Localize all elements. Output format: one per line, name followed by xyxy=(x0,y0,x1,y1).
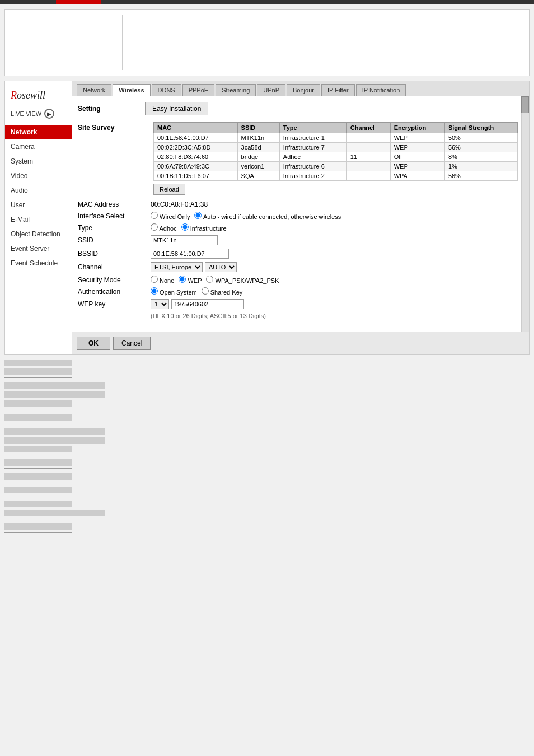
table-row[interactable]: 00:1E:58:41:00:D7MTK11nInfrastructure 1W… xyxy=(154,133,518,143)
wep-key-input[interactable]: 1975640602 xyxy=(171,299,244,309)
cell-channel xyxy=(346,143,390,152)
scrollbar-thumb[interactable] xyxy=(521,96,529,113)
auth-row: Authentication Open System Shared Key xyxy=(78,287,518,296)
col-type: Type xyxy=(279,123,346,133)
sidebar: Rosewill LIVE VIEW ▶ Network Camera Syst… xyxy=(5,81,72,354)
wired-only-radio[interactable] xyxy=(151,212,158,219)
security-radio-group: None WEP WPA_PSK/WPA2_PSK xyxy=(151,276,279,284)
ssid-input[interactable]: MTK11n xyxy=(151,235,218,245)
easy-installation-button[interactable]: Easy Installation xyxy=(145,102,208,115)
cell-ssid: vericon1 xyxy=(237,162,279,171)
cell-signal: 56% xyxy=(444,171,517,181)
adhoc-option[interactable]: Adhoc xyxy=(151,223,177,232)
cell-signal: 8% xyxy=(444,152,517,162)
text-line xyxy=(4,360,72,366)
cell-signal: 50% xyxy=(444,133,517,143)
sidebar-item-network[interactable]: Network xyxy=(5,125,72,139)
cell-mac: 00:6A:79:8A:49:3C xyxy=(154,162,238,171)
sidebar-item-email[interactable]: E-Mail xyxy=(5,212,72,227)
open-system-radio[interactable] xyxy=(151,287,158,295)
cancel-button[interactable]: Cancel xyxy=(113,337,151,350)
live-view-bar[interactable]: LIVE VIEW ▶ xyxy=(5,106,72,122)
text-line xyxy=(4,437,105,444)
channel-row: Channel ETSI, Europe AUTO xyxy=(78,262,518,272)
table-row[interactable]: 00:6A:79:8A:49:3Cvericon1Infrastructure … xyxy=(154,162,518,171)
cell-mac: 00:1B:11:D5:E6:07 xyxy=(154,171,238,181)
sidebar-item-event-schedule[interactable]: Event Schedule xyxy=(5,256,72,270)
table-row[interactable]: 02:80:F8:D3:74:60bridgeAdhoc11Off8% xyxy=(154,152,518,162)
reload-button[interactable]: Reload xyxy=(153,184,185,195)
bssid-input[interactable]: 00:1E:58:41:00:D7 xyxy=(151,249,229,259)
cell-channel xyxy=(346,171,390,181)
divider xyxy=(4,496,72,496)
sidebar-item-camera[interactable]: Camera xyxy=(5,139,72,154)
sidebar-item-system[interactable]: System xyxy=(5,154,72,169)
text-group-1 xyxy=(4,360,530,407)
wep-key-index-select[interactable]: 1 xyxy=(151,299,169,309)
cell-encryption: WPA xyxy=(390,171,444,181)
cell-type: Infrastructure 6 xyxy=(279,162,346,171)
type-label: Type xyxy=(78,224,151,232)
auto-radio[interactable] xyxy=(194,212,202,219)
adhoc-radio[interactable] xyxy=(151,223,158,231)
main-content: Network Wireless DDNS PPPoE Streaming UP… xyxy=(72,81,529,354)
wep-radio[interactable] xyxy=(179,276,186,283)
cell-mac: 02:80:F8:D3:74:60 xyxy=(154,152,238,162)
site-survey-label: Site Survey xyxy=(78,124,145,132)
tab-ip-filter[interactable]: IP Filter xyxy=(321,84,355,96)
infrastructure-option[interactable]: Infrastructure xyxy=(181,223,227,232)
open-system-option[interactable]: Open System xyxy=(151,287,197,296)
setting-label: Setting xyxy=(78,105,145,113)
text-line xyxy=(4,391,105,398)
mac-address-label: MAC Address xyxy=(78,200,151,208)
none-radio[interactable] xyxy=(151,276,158,283)
auto-option[interactable]: Auto - wired if cable connected, otherwi… xyxy=(194,212,341,220)
shared-key-radio[interactable] xyxy=(202,287,209,295)
security-mode-row: Security Mode None WEP WPA_PSK/WPA2_P xyxy=(78,276,518,284)
tab-network[interactable]: Network xyxy=(77,84,111,96)
ok-button[interactable]: OK xyxy=(77,337,110,350)
top-bar xyxy=(0,0,534,4)
table-row[interactable]: 00:1B:11:D5:E6:07SQAInfrastructure 2WPA5… xyxy=(154,171,518,181)
infrastructure-radio[interactable] xyxy=(181,223,189,231)
col-signal: Signal Strength xyxy=(444,123,517,133)
channel-auto-select[interactable]: AUTO xyxy=(205,262,237,272)
bssid-row: BSSID 00:1E:58:41:00:D7 xyxy=(78,249,518,259)
scrollbar[interactable] xyxy=(521,96,529,332)
tab-streaming[interactable]: Streaming xyxy=(216,84,256,96)
live-view-icon[interactable]: ▶ xyxy=(44,109,54,119)
channel-region-select[interactable]: ETSI, Europe xyxy=(151,262,203,272)
shared-key-option[interactable]: Shared Key xyxy=(202,287,243,296)
sidebar-item-video[interactable]: Video xyxy=(5,169,72,183)
cell-type: Infrastructure 1 xyxy=(279,133,346,143)
text-line xyxy=(4,414,72,421)
tab-pppoe[interactable]: PPPoE xyxy=(182,84,214,96)
tab-upnp[interactable]: UPnP xyxy=(257,84,285,96)
wep-hint: (HEX:10 or 26 Digits; ASCII:5 or 13 Digi… xyxy=(151,312,266,319)
wep-key-row: WEP key 1 1975640602 xyxy=(78,299,518,309)
sidebar-item-event-server[interactable]: Event Server xyxy=(5,241,72,256)
cell-channel xyxy=(346,133,390,143)
header-left xyxy=(11,15,123,70)
text-line xyxy=(4,473,72,480)
wpa-option[interactable]: WPA_PSK/WPA2_PSK xyxy=(206,276,279,284)
content-area: Setting Easy Installation Site Survey MA… xyxy=(72,96,529,332)
interface-select-row: Interface Select Wired Only Auto - wired… xyxy=(78,212,518,220)
none-option[interactable]: None xyxy=(151,276,174,284)
sidebar-item-object-detection[interactable]: Object Detection xyxy=(5,227,72,241)
text-group-2 xyxy=(4,414,530,452)
cell-type: Infrastructure 2 xyxy=(279,171,346,181)
table-row[interactable]: 00:02:2D:3C:A5:8D3ca58dInfrastructure 7W… xyxy=(154,143,518,152)
tab-bonjour[interactable]: Bonjour xyxy=(287,84,320,96)
col-ssid: SSID xyxy=(237,123,279,133)
below-text-area xyxy=(4,360,530,533)
tab-ip-notification[interactable]: IP Notification xyxy=(356,84,406,96)
tab-wireless[interactable]: Wireless xyxy=(113,84,150,96)
sidebar-item-audio[interactable]: Audio xyxy=(5,183,72,198)
wpa-radio[interactable] xyxy=(206,276,213,283)
wired-only-option[interactable]: Wired Only xyxy=(151,212,190,220)
wep-option[interactable]: WEP xyxy=(179,276,202,284)
sidebar-item-user[interactable]: User xyxy=(5,198,72,212)
tab-ddns[interactable]: DDNS xyxy=(152,84,181,96)
text-group-4 xyxy=(4,487,530,516)
